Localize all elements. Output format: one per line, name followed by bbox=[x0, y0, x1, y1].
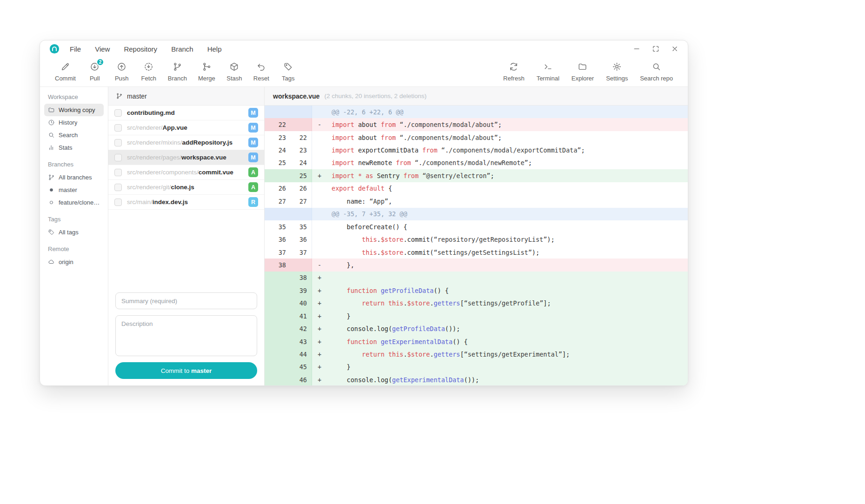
new-line-number: 23 bbox=[292, 144, 312, 156]
maximize-button[interactable] bbox=[652, 45, 659, 53]
sidebar-item-label: Working copy bbox=[59, 106, 95, 113]
diff-code: return this.$store.getters[“settings/get… bbox=[327, 299, 688, 307]
file-base-name: contributing.md bbox=[127, 109, 175, 116]
diff-line: @@ -22, 6 +22, 6 @@ bbox=[265, 106, 688, 118]
toolbar-button-label: Terminal bbox=[537, 75, 559, 82]
file-checkbox[interactable] bbox=[114, 109, 122, 117]
toolbar-button-tags[interactable]: Tags bbox=[278, 62, 299, 82]
minimize-icon bbox=[633, 45, 640, 53]
sidebar-item-branch-feature[interactable]: feature/clone-re... bbox=[44, 196, 104, 209]
diff-sign: + bbox=[312, 338, 327, 345]
minimize-button[interactable] bbox=[633, 45, 640, 53]
toolbar-button-search-repo[interactable]: Search repo bbox=[637, 62, 676, 82]
menu-item-file[interactable]: File bbox=[70, 45, 81, 53]
diff-line: 45+ } bbox=[265, 361, 688, 373]
file-path-prefix: src/renderer/mixins/ bbox=[127, 139, 182, 146]
close-button[interactable] bbox=[671, 45, 679, 53]
file-checkbox[interactable] bbox=[114, 184, 122, 191]
old-line-number bbox=[265, 348, 292, 360]
menu-item-help[interactable]: Help bbox=[207, 45, 222, 53]
diff-stats: (2 chunks, 20 insertions, 2 deletions) bbox=[324, 93, 426, 99]
diff-line: 44+ return this.$store.getters[“settings… bbox=[265, 348, 688, 360]
new-line-number: 43 bbox=[292, 335, 312, 348]
menu-item-repository[interactable]: Repository bbox=[124, 45, 157, 53]
file-name: src/renderer/components/commit.vue bbox=[127, 169, 243, 176]
toolbar-button-push[interactable]: Push bbox=[111, 62, 133, 82]
diff-line: 2524import newRemote from “./components/… bbox=[265, 157, 688, 169]
refresh-icon bbox=[509, 62, 519, 72]
fetch-icon bbox=[144, 62, 153, 72]
toolbar-button-commit[interactable]: Commit bbox=[52, 62, 79, 82]
file-checkbox[interactable] bbox=[114, 139, 122, 146]
file-row[interactable]: contributing.mdM bbox=[108, 106, 264, 120]
commit-form: Commit to master bbox=[108, 292, 264, 385]
branch-icon bbox=[116, 93, 123, 99]
sidebar-item-stats[interactable]: Stats bbox=[44, 141, 104, 154]
file-path-prefix: src/renderer/git/ bbox=[127, 184, 171, 191]
sidebar-item-all-tags[interactable]: All tags bbox=[44, 226, 104, 239]
old-line-number: 23 bbox=[265, 131, 292, 144]
toolbar-button-refresh[interactable]: Refresh bbox=[500, 62, 527, 82]
menu-item-branch[interactable]: Branch bbox=[171, 45, 193, 53]
file-row[interactable]: src/renderer/App.vueM bbox=[108, 120, 264, 135]
diff-code: }, bbox=[327, 261, 688, 269]
sidebar-item-label: master bbox=[59, 186, 77, 193]
old-line-number bbox=[265, 373, 292, 385]
toolbar-button-terminal[interactable]: Terminal bbox=[534, 62, 562, 82]
menu-item-view[interactable]: View bbox=[95, 45, 110, 53]
sidebar-item-label: All branches bbox=[59, 174, 92, 181]
diff-line: 42+ console.log(getProfileData()); bbox=[265, 322, 688, 335]
description-input[interactable] bbox=[115, 315, 257, 356]
toolbar-button-pull[interactable]: 2Pull bbox=[84, 62, 106, 82]
sidebar-item-history[interactable]: History bbox=[44, 116, 104, 129]
sidebar-item-search[interactable]: Search bbox=[44, 129, 104, 141]
file-checkbox[interactable] bbox=[114, 124, 122, 132]
new-line-number: 27 bbox=[292, 195, 312, 207]
file-checkbox[interactable] bbox=[114, 199, 122, 206]
new-line-number: 22 bbox=[292, 131, 312, 144]
toolbar-icon-wrap bbox=[652, 62, 661, 72]
app-window: FileViewRepositoryBranchHelp Commit2Pull… bbox=[40, 40, 688, 386]
toolbar-button-explorer[interactable]: Explorer bbox=[569, 62, 597, 82]
file-row[interactable]: src/renderer/git/clone.jsA bbox=[108, 180, 264, 195]
diff-sign: - bbox=[312, 261, 327, 269]
file-row[interactable]: src/renderer/mixins/addRepository.jsM bbox=[108, 135, 264, 150]
diff-line: 3737 this.$store.commit(“settings/getSet… bbox=[265, 246, 688, 259]
arrow-up-circle-icon bbox=[117, 62, 126, 72]
summary-input[interactable] bbox=[115, 292, 257, 309]
sidebar-item-origin[interactable]: origin bbox=[44, 256, 104, 268]
diff-line: 38+ bbox=[265, 272, 688, 284]
toolbar-button-merge[interactable]: Merge bbox=[195, 62, 218, 82]
file-row[interactable]: src/main/index.dev.jsR bbox=[108, 195, 264, 210]
diff-code: beforeCreate() { bbox=[327, 223, 688, 231]
new-line-number: 36 bbox=[292, 233, 312, 245]
file-row[interactable]: src/renderer/components/commit.vueA bbox=[108, 165, 264, 180]
branch-icon bbox=[48, 174, 55, 181]
toolbar-button-reset[interactable]: Reset bbox=[251, 62, 272, 82]
toolbar-icon-wrap bbox=[60, 62, 70, 72]
sidebar-item-working-copy[interactable]: Working copy bbox=[44, 104, 104, 116]
diff-sign: + bbox=[312, 299, 327, 307]
sidebar-item-branch-master[interactable]: master bbox=[44, 184, 104, 196]
toolbar-button-stash[interactable]: Stash bbox=[224, 62, 245, 82]
file-panel-spacer bbox=[108, 210, 264, 292]
file-name: src/renderer/mixins/addRepository.js bbox=[127, 139, 243, 146]
diff-code: import newRemote from “./components/moda… bbox=[327, 159, 688, 166]
file-row[interactable]: src/renderer/pages/workspace.vueM bbox=[108, 150, 264, 165]
file-status-badge: M bbox=[248, 153, 258, 162]
diff-line: 2322import about from “./components/moda… bbox=[265, 131, 688, 144]
diff-line: 3535 beforeCreate() { bbox=[265, 220, 688, 233]
old-line-number bbox=[265, 297, 292, 310]
file-checkbox[interactable] bbox=[114, 169, 122, 176]
commit-button[interactable]: Commit to master bbox=[115, 362, 257, 379]
file-checkbox[interactable] bbox=[114, 154, 122, 161]
toolbar-button-branch[interactable]: Branch bbox=[165, 62, 190, 82]
toolbar-button-settings[interactable]: Settings bbox=[603, 62, 631, 82]
toolbar-button-fetch[interactable]: Fetch bbox=[138, 62, 160, 82]
toolbar-right: RefreshTerminalExplorerSettingsSearch re… bbox=[500, 62, 676, 82]
sidebar-item-all-branches[interactable]: All branches bbox=[44, 171, 104, 184]
toolbar-icon-wrap bbox=[612, 62, 622, 72]
app-logo-icon bbox=[49, 44, 60, 54]
diff-code: name: “App”, bbox=[327, 198, 688, 205]
file-path-prefix: src/renderer/components/ bbox=[127, 169, 199, 176]
